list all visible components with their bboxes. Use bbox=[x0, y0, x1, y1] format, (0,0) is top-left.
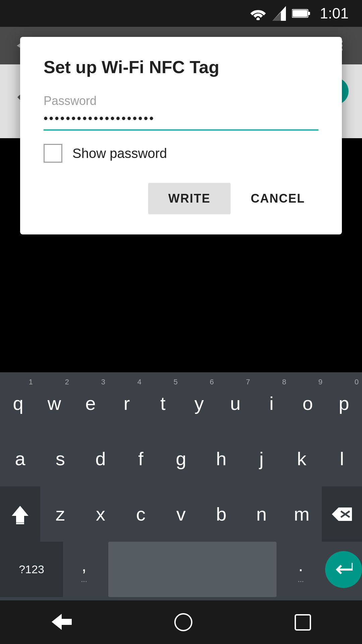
key-a[interactable]: a bbox=[0, 431, 40, 486]
key-symbols[interactable]: ?123 bbox=[0, 542, 63, 597]
nav-home-button[interactable] bbox=[173, 612, 193, 632]
keyboard-row-4: ?123,....... bbox=[0, 542, 362, 597]
dialog: Set up Wi-Fi NFC Tag Password ••••••••••… bbox=[20, 37, 342, 234]
key-enter[interactable] bbox=[325, 551, 362, 588]
key-e[interactable]: e3 bbox=[72, 376, 109, 431]
svg-marker-18 bbox=[52, 614, 72, 630]
key-l[interactable]: l bbox=[322, 431, 362, 486]
status-time: 1:01 bbox=[320, 5, 349, 22]
key-o[interactable]: o9 bbox=[290, 376, 326, 431]
password-field[interactable]: •••••••••••••••••••• bbox=[44, 111, 318, 130]
key-q[interactable]: q1 bbox=[0, 376, 36, 431]
key-p[interactable]: p0 bbox=[326, 376, 362, 431]
key-shift[interactable] bbox=[0, 486, 40, 542]
write-button[interactable]: WRITE bbox=[148, 183, 231, 214]
svg-point-19 bbox=[175, 614, 192, 631]
key-s[interactable]: s bbox=[40, 431, 80, 486]
key-comma[interactable]: ,... bbox=[63, 542, 105, 597]
key-period[interactable]: .... bbox=[280, 542, 322, 597]
nav-back-button[interactable] bbox=[50, 614, 73, 631]
key-m[interactable]: m bbox=[282, 486, 322, 542]
status-bar: 1:01 bbox=[0, 0, 362, 27]
password-input-group[interactable]: Password •••••••••••••••••••• bbox=[44, 94, 318, 130]
keyboard[interactable]: q1w2e3r4t5y6u7i8o9p0 asdfghjkl zxcvbnm ?… bbox=[0, 372, 362, 600]
show-password-row[interactable]: Show password bbox=[44, 144, 318, 163]
dialog-title: Set up Wi-Fi NFC Tag bbox=[44, 57, 318, 77]
keyboard-row-2: asdfghjkl bbox=[0, 431, 362, 486]
key-n[interactable]: n bbox=[241, 486, 282, 542]
key-w[interactable]: w2 bbox=[36, 376, 72, 431]
key-h[interactable]: h bbox=[201, 431, 241, 486]
show-password-label: Show password bbox=[72, 146, 167, 161]
wifi-icon bbox=[250, 7, 266, 20]
svg-point-0 bbox=[256, 17, 260, 20]
keyboard-row-1: q1w2e3r4t5y6u7i8o9p0 bbox=[0, 376, 362, 431]
key-v[interactable]: v bbox=[161, 486, 201, 542]
svg-marker-14 bbox=[12, 506, 28, 523]
key-i[interactable]: i8 bbox=[253, 376, 290, 431]
svg-rect-4 bbox=[308, 12, 310, 15]
key-b[interactable]: b bbox=[201, 486, 241, 542]
key-d[interactable]: d bbox=[80, 431, 121, 486]
key-k[interactable]: k bbox=[282, 431, 322, 486]
key-t[interactable]: t5 bbox=[145, 376, 181, 431]
key-x[interactable]: x bbox=[80, 486, 121, 542]
signal-icon bbox=[273, 6, 286, 21]
battery-icon bbox=[292, 8, 310, 18]
key-z[interactable]: z bbox=[40, 486, 80, 542]
key-delete[interactable] bbox=[322, 486, 362, 542]
key-g[interactable]: g bbox=[161, 431, 201, 486]
key-j[interactable]: j bbox=[241, 431, 282, 486]
status-icons: 1:01 bbox=[250, 5, 349, 22]
key-c[interactable]: c bbox=[121, 486, 161, 542]
key-u[interactable]: u7 bbox=[217, 376, 253, 431]
key-r[interactable]: r4 bbox=[109, 376, 145, 431]
password-label: Password bbox=[44, 94, 318, 108]
key-y[interactable]: y6 bbox=[181, 376, 217, 431]
key-space[interactable] bbox=[108, 542, 276, 597]
cancel-button[interactable]: CANCEL bbox=[237, 183, 318, 214]
svg-rect-20 bbox=[295, 615, 310, 630]
svg-rect-5 bbox=[293, 10, 307, 17]
keyboard-row-3: zxcvbnm bbox=[0, 486, 362, 542]
svg-rect-15 bbox=[16, 523, 24, 524]
bottom-nav bbox=[0, 600, 362, 644]
dialog-buttons: WRITE CANCEL bbox=[44, 183, 318, 214]
nav-recents-button[interactable] bbox=[294, 613, 312, 632]
key-f[interactable]: f bbox=[121, 431, 161, 486]
show-password-checkbox[interactable] bbox=[44, 144, 62, 163]
